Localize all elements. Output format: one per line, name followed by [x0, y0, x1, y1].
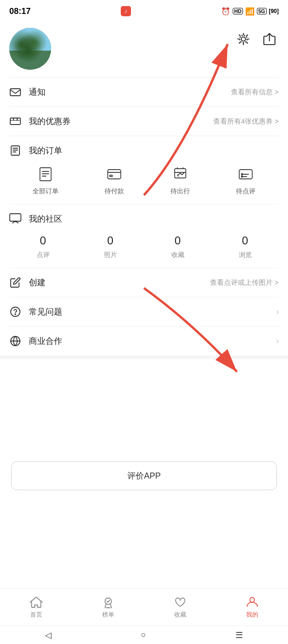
coupon-left: 我的优惠券	[9, 115, 71, 127]
svg-rect-12	[10, 214, 21, 221]
order-title: 我的订单	[29, 145, 62, 156]
home-icon	[30, 596, 43, 609]
avatar-image	[9, 28, 51, 70]
stat-reviews-label: 点评	[37, 251, 50, 259]
recents-button[interactable]: ☰	[226, 626, 252, 644]
status-bar: 08:17 ⏰ HD 📶 5G [90]	[0, 0, 288, 20]
pending-trip-label: 待出行	[170, 187, 190, 196]
back-button[interactable]: ◁	[36, 626, 61, 644]
signal-badge: 5G	[257, 8, 267, 14]
svg-point-19	[250, 598, 255, 602]
pending-pay-label: 待付款	[105, 187, 124, 196]
community-section: 我的社区 0 点评 0 照片 0 收藏 0 浏览	[0, 204, 288, 268]
order-item-all[interactable]: 全部订单	[33, 166, 59, 196]
notification-left: 通知	[9, 86, 46, 98]
stat-favorites-number: 0	[175, 234, 181, 247]
pending-review-icon	[237, 166, 254, 183]
order-icon	[9, 145, 21, 157]
notification-right: 查看所有信息 >	[231, 88, 279, 97]
order-title-row: 我的订单	[9, 145, 279, 157]
svg-point-10	[242, 174, 243, 175]
notification-row[interactable]: 通知 查看所有信息 >	[0, 78, 288, 106]
svg-point-11	[242, 176, 243, 177]
mine-icon	[246, 596, 259, 609]
community-stats: 0 点评 0 照片 0 收藏 0 浏览	[9, 234, 279, 259]
spacer	[0, 359, 288, 452]
stat-browse-label: 浏览	[239, 251, 252, 259]
pending-pay-icon	[106, 166, 123, 183]
stat-photos-number: 0	[107, 234, 113, 247]
svg-rect-4	[11, 146, 20, 155]
avatar[interactable]	[9, 28, 51, 70]
order-item-pending-review[interactable]: 待点评	[236, 166, 255, 196]
faq-row[interactable]: 常见问题 ›	[0, 297, 288, 326]
faq-left: 常见问题	[9, 306, 62, 318]
stat-browse[interactable]: 0 浏览	[239, 234, 252, 259]
faq-icon	[9, 306, 21, 318]
wifi-icon: 📶	[245, 7, 255, 16]
svg-point-0	[242, 37, 246, 41]
pending-review-label: 待点评	[236, 187, 255, 196]
business-section: 商业合作 ›	[0, 327, 288, 355]
coupon-icon	[9, 115, 21, 127]
create-section: 创建 查看点评或上传图片 >	[0, 268, 288, 297]
community-title: 我的社区	[29, 213, 62, 224]
svg-rect-7	[110, 175, 112, 177]
order-item-pending-trip[interactable]: 待出行	[170, 166, 190, 196]
nav-label-mine: 我的	[246, 611, 258, 619]
home-button[interactable]: ○	[132, 626, 156, 644]
stat-favorites-label: 收藏	[171, 251, 184, 259]
coupon-row[interactable]: 我的优惠券 查看所有4张优惠券 >	[0, 107, 288, 136]
business-chevron: ›	[276, 337, 279, 345]
nav-label-ranking: 榜单	[102, 611, 114, 619]
svg-point-13	[11, 307, 20, 316]
all-orders-icon	[37, 166, 54, 183]
create-right: 查看点评或上传图片 >	[210, 278, 279, 287]
svg-rect-3	[10, 118, 20, 125]
business-label: 商业合作	[29, 335, 62, 347]
stat-photos[interactable]: 0 照片	[104, 234, 117, 259]
faq-label: 常见问题	[29, 306, 62, 317]
music-icon	[121, 6, 131, 16]
nav-item-ranking[interactable]: 榜单	[72, 592, 144, 623]
status-right-icons: ⏰ HD 📶 5G [90]	[221, 7, 279, 16]
stat-browse-number: 0	[242, 234, 248, 247]
rate-app-section: 评价APP	[0, 452, 288, 499]
battery-level: [90]	[269, 8, 279, 14]
coupon-right: 查看所有4张优惠券 >	[213, 117, 279, 126]
faq-chevron: ›	[276, 308, 279, 316]
nav-item-home[interactable]: 首页	[0, 592, 72, 623]
stat-reviews[interactable]: 0 点评	[37, 234, 50, 259]
svg-rect-5	[40, 168, 51, 181]
create-row[interactable]: 创建 查看点评或上传图片 >	[0, 268, 288, 297]
business-icon	[9, 335, 21, 347]
settings-button[interactable]	[234, 30, 253, 50]
status-time: 08:17	[9, 7, 31, 16]
create-left: 创建	[9, 276, 46, 289]
alarm-icon: ⏰	[221, 7, 230, 16]
coupon-section: 我的优惠券 查看所有4张优惠券 >	[0, 107, 288, 136]
business-row[interactable]: 商业合作 ›	[0, 327, 288, 355]
thick-divider	[0, 355, 288, 359]
stat-photos-label: 照片	[104, 251, 117, 259]
create-label: 创建	[29, 277, 46, 288]
favorites-icon	[174, 596, 187, 609]
nav-item-favorites[interactable]: 收藏	[144, 592, 216, 623]
share-button[interactable]	[260, 30, 279, 50]
create-icon	[9, 276, 21, 289]
hd-badge: HD	[233, 8, 243, 14]
stat-favorites[interactable]: 0 收藏	[171, 234, 184, 259]
nav-label-favorites: 收藏	[174, 611, 186, 619]
order-section: 我的订单 全部订单 待付款	[0, 136, 288, 204]
business-left: 商业合作	[9, 335, 62, 347]
community-title-row: 我的社区	[9, 213, 279, 225]
notification-label: 通知	[29, 86, 46, 98]
avatar-area	[9, 28, 51, 70]
coupon-label: 我的优惠券	[29, 116, 71, 127]
notification-icon	[9, 86, 21, 98]
svg-rect-2	[10, 89, 20, 96]
stat-reviews-number: 0	[40, 234, 46, 247]
rate-app-button[interactable]: 评价APP	[11, 461, 277, 490]
order-item-pending-pay[interactable]: 待付款	[105, 166, 124, 196]
nav-item-mine[interactable]: 我的	[216, 592, 288, 623]
